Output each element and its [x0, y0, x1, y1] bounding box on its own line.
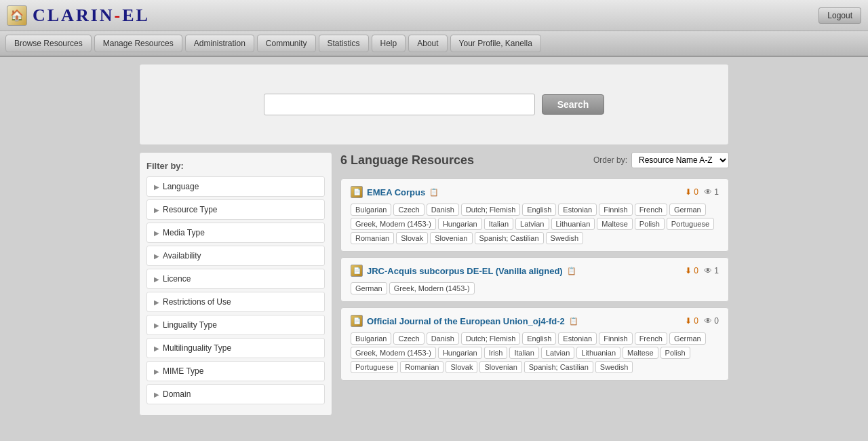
filter-item-label: Domain — [163, 389, 191, 399]
resource-type-icon: 📄 — [351, 315, 363, 327]
nav-btn-statistics[interactable]: Statistics — [319, 35, 369, 52]
resource-name[interactable]: Official Journal of the European Union_o… — [367, 316, 565, 326]
language-tag: Slovak — [446, 361, 477, 373]
language-tag: Estonian — [558, 204, 597, 216]
language-tag: Irish — [484, 347, 508, 359]
home-icon[interactable]: 🏠 — [7, 5, 27, 26]
resource-list: 📄 EMEA Corpus 📋 ⬇ 0 👁 1 BulgarianCzechDa… — [340, 178, 729, 381]
language-tag: Romanian — [400, 361, 443, 373]
language-tag: Danish — [427, 204, 459, 216]
resource-card: 📄 EMEA Corpus 📋 ⬇ 0 👁 1 BulgarianCzechDa… — [340, 178, 729, 252]
language-tag: Maltese — [597, 218, 633, 230]
filter-arrow-icon: ▶ — [154, 229, 159, 237]
resource-stats: ⬇ 0 👁 0 — [685, 316, 719, 326]
language-tag: Romanian — [351, 232, 394, 244]
language-tag: Dutch; Flemish — [461, 332, 520, 345]
filter-item-licence[interactable]: ▶Licence — [146, 269, 325, 289]
filter-item-label: Licence — [163, 274, 191, 284]
language-tag: Slovenian — [479, 361, 521, 373]
filter-items: ▶Language▶Resource Type▶Media Type▶Avail… — [146, 176, 325, 404]
search-input[interactable] — [264, 94, 535, 115]
nav-btn-manage[interactable]: Manage Resources — [94, 35, 182, 52]
nav-btn-about[interactable]: About — [408, 35, 447, 52]
language-tag: Spanish; Castilian — [524, 361, 593, 373]
results-count: 6 Language Resources — [340, 153, 474, 168]
filter-item-language[interactable]: ▶Language — [146, 176, 325, 197]
filter-item-multilinguality-type[interactable]: ▶Multilinguality Type — [146, 338, 325, 358]
language-tag: Greek, Modern (1453-) — [351, 218, 436, 230]
language-tag: Maltese — [623, 347, 658, 359]
filter-item-label: Restrictions of Use — [163, 297, 231, 307]
language-tag: Dutch; Flemish — [461, 204, 520, 216]
language-tag: Swedish — [595, 361, 633, 373]
resource-header: 📄 Official Journal of the European Union… — [351, 315, 719, 327]
filter-item-label: Availability — [163, 251, 201, 261]
filter-item-restrictions-of-use[interactable]: ▶Restrictions of Use — [146, 292, 325, 312]
resource-info-icon[interactable]: 📋 — [567, 267, 576, 275]
results-header: 6 Language Resources Order by: Resource … — [340, 152, 729, 172]
filter-title: Filter by: — [146, 161, 325, 171]
filter-item-label: MIME Type — [163, 366, 203, 376]
language-tag: Polish — [635, 218, 665, 230]
language-tag: Slovenian — [430, 232, 472, 244]
language-tags: BulgarianCzechDanishDutch; FlemishEnglis… — [351, 204, 719, 244]
language-tag: German — [351, 282, 387, 294]
resource-name[interactable]: EMEA Corpus — [367, 187, 425, 197]
search-button[interactable]: Search — [542, 94, 605, 115]
resource-card: 📄 Official Journal of the European Union… — [340, 307, 729, 381]
language-tag: Czech — [393, 204, 424, 216]
filter-item-availability[interactable]: ▶Availability — [146, 246, 325, 266]
logo: CLARIN-EL — [33, 5, 150, 26]
filter-item-domain[interactable]: ▶Domain — [146, 384, 325, 404]
language-tag: English — [522, 204, 556, 216]
language-tag: Danish — [427, 332, 459, 345]
language-tag: Hungarian — [438, 347, 482, 359]
filter-arrow-icon: ▶ — [154, 183, 159, 191]
filter-arrow-icon: ▶ — [154, 391, 159, 398]
filter-item-media-type[interactable]: ▶Media Type — [146, 223, 325, 243]
language-tag: Polish — [660, 347, 690, 359]
resource-type-icon: 📄 — [351, 265, 363, 277]
nav-btn-profile[interactable]: Your Profile, Kanella — [450, 35, 541, 52]
language-tag: Italian — [509, 347, 538, 359]
language-tag: English — [522, 332, 556, 345]
language-tag: Portuguese — [667, 218, 714, 230]
resource-info-icon[interactable]: 📋 — [429, 188, 439, 197]
filter-item-label: Resource Type — [163, 205, 218, 214]
resource-title-area: 📄 Official Journal of the European Union… — [351, 315, 578, 327]
language-tag: Finnish — [599, 204, 632, 216]
language-tag: Latvian — [541, 347, 574, 359]
order-select[interactable]: Resource Name A-ZResource Name Z-ADate A… — [631, 152, 729, 168]
language-tag: German — [669, 204, 706, 216]
filter-arrow-icon: ▶ — [154, 206, 159, 214]
language-tag: Greek, Modern (1453-) — [389, 282, 475, 294]
nav-btn-community[interactable]: Community — [257, 35, 316, 52]
order-by-area: Order by: Resource Name A-ZResource Name… — [593, 152, 729, 168]
language-tags: BulgarianCzechDanishDutch; FlemishEnglis… — [351, 332, 719, 373]
language-tag: Slovak — [396, 232, 428, 244]
language-tag: Greek, Modern (1453-) — [351, 347, 436, 359]
resource-name[interactable]: JRC-Acquis subcorpus DE-EL (Vanilla alig… — [367, 266, 563, 276]
language-tag: Estonian — [558, 332, 597, 345]
language-tag: Lithuanian — [551, 218, 595, 230]
navigation: Browse ResourcesManage ResourcesAdminist… — [0, 31, 868, 57]
nav-btn-browse[interactable]: Browse Resources — [5, 35, 92, 52]
logout-button[interactable]: Logout — [818, 7, 861, 24]
filter-arrow-icon: ▶ — [154, 299, 159, 306]
download-stat: ⬇ 0 — [685, 316, 698, 326]
filter-item-linguality-type[interactable]: ▶Linguality Type — [146, 315, 325, 335]
resource-info-icon[interactable]: 📋 — [569, 317, 578, 326]
nav-btn-help[interactable]: Help — [372, 35, 406, 52]
resource-title-area: 📄 JRC-Acquis subcorpus DE-EL (Vanilla al… — [351, 265, 576, 277]
download-stat: ⬇ 0 — [685, 266, 698, 275]
download-stat: ⬇ 0 — [685, 187, 698, 197]
filter-item-resource-type[interactable]: ▶Resource Type — [146, 199, 325, 220]
language-tag: French — [635, 204, 667, 216]
nav-btn-admin[interactable]: Administration — [185, 35, 254, 52]
results-panel: 6 Language Resources Order by: Resource … — [332, 152, 729, 416]
filter-item-label: Linguality Type — [163, 320, 217, 330]
filter-item-label: Language — [163, 182, 199, 191]
filter-item-mime-type[interactable]: ▶MIME Type — [146, 361, 325, 381]
language-tag: Swedish — [546, 232, 584, 244]
language-tag: Finnish — [599, 332, 632, 345]
